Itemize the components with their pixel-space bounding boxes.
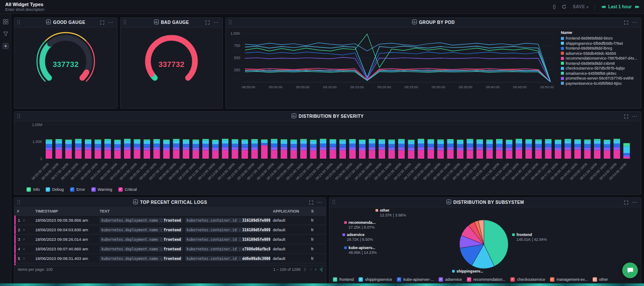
expand-icon[interactable] — [309, 200, 313, 205]
pod-legend-item[interactable]: shippingservice-5fb9dfb58b-f78wt — [561, 41, 637, 46]
subsystem-legend-checkbox[interactable]: ✓shippingservice — [359, 277, 392, 282]
refresh-icon[interactable] — [562, 4, 567, 9]
widget-distribution-by-severity: DISTRIBUTION BY SEVERITY ··· 1.00M1.00K1… — [14, 111, 641, 195]
log-row[interactable]: 5›18/06/2023 09:08:31.403 amkubernetes.d… — [14, 254, 326, 263]
expand-row-icon[interactable]: › — [23, 256, 24, 261]
drag-handle-icon[interactable] — [332, 200, 336, 205]
logs-column-header[interactable]: APPLICATION — [270, 207, 309, 216]
more-menu-icon[interactable]: ··· — [214, 20, 219, 25]
subsystem-legend-checkbox[interactable]: ✓management-ev... — [550, 277, 588, 282]
expand-row-icon[interactable]: › — [23, 246, 24, 251]
pod-legend-item[interactable]: prometheus-server-56c87c57745-sv6h8 — [561, 76, 637, 80]
filter-funnel-icon[interactable] — [2, 30, 9, 37]
severity-legend-checkbox[interactable]: ✓Critical — [118, 187, 137, 192]
expand-row-icon[interactable]: › — [23, 237, 24, 242]
pod-legend-item[interactable]: adservice-558db469dc-kb656 — [561, 51, 637, 56]
legend-swatch — [561, 47, 564, 50]
time-back-icon[interactable]: ◀◀ — [601, 5, 604, 9]
dashboard-app: All Widget Types Enter short description… — [0, 0, 644, 286]
more-menu-icon[interactable]: ··· — [632, 114, 637, 119]
drag-handle-icon[interactable] — [17, 200, 21, 205]
logs-column-header[interactable]: TEXT — [97, 207, 270, 216]
subsystem-legend-checkbox[interactable]: ✓other — [593, 277, 608, 282]
pod-legend-item[interactable]: paymentservice-6c45f6f98d-8jtsc — [561, 81, 637, 86]
svg-text:500: 500 — [234, 56, 240, 60]
log-row[interactable]: 3›18/06/2023 09:08:26.014 amkubernetes.d… — [14, 235, 326, 244]
save-button[interactable]: SAVE ▾ — [573, 4, 588, 9]
log-subsystem: fr — [309, 254, 326, 263]
subsystem-legend-checkbox[interactable]: ✓frontend — [333, 277, 354, 282]
svg-text:250: 250 — [234, 68, 240, 72]
subsystem-legend-checkbox[interactable]: ✓kube-apiserver-... — [397, 277, 434, 282]
log-row[interactable]: 4›18/06/2023 09:07:40.860 amkubernetes.d… — [14, 244, 326, 254]
pod-legend-item[interactable]: frontend-69d989d8dd-6tnzs — [561, 36, 637, 40]
subsystem-legend-checkbox[interactable]: ✓checkoutservice — [510, 277, 545, 282]
log-application: default — [270, 235, 309, 244]
pod-legend-item[interactable]: recommendationservice-7887b4b97-d4x... — [561, 56, 637, 60]
severity-legend-checkbox[interactable]: ✓Error — [70, 187, 85, 192]
page-range-label: 1 – 100 of 1298 — [273, 267, 301, 272]
page-title: All Widget Types — [5, 2, 44, 7]
more-menu-icon[interactable]: ··· — [632, 20, 637, 25]
expand-row-icon[interactable]: › — [23, 218, 24, 223]
subsystem-legend: ✓frontend✓shippingservice✓kube-apiserver… — [333, 277, 608, 282]
prev-page-icon[interactable]: ‹ — [310, 267, 311, 272]
more-menu-icon[interactable]: ··· — [632, 200, 637, 205]
more-menu-icon[interactable]: ··· — [317, 200, 322, 205]
expand-row-icon[interactable]: › — [23, 227, 24, 232]
log-row[interactable]: 2›18/06/2023 09:04:03.830 amkubernetes.d… — [14, 225, 326, 235]
legend-swatch — [561, 52, 564, 55]
severity-legend-checkbox[interactable]: ✓Warning — [91, 187, 112, 192]
logs-column-header[interactable]: S — [309, 207, 326, 216]
add-widget-icon[interactable] — [2, 43, 9, 50]
svg-text:09:35:00: 09:35:00 — [459, 85, 473, 89]
checkbox-check-icon: ✓ — [46, 187, 50, 192]
severity-legend-checkbox[interactable]: ✓Info — [27, 187, 40, 192]
items-per-page-value[interactable]: 100 — [46, 267, 53, 272]
chart-icon — [412, 20, 417, 25]
chart-icon — [292, 113, 296, 119]
subsystem-legend-checkbox[interactable]: ✓adservice — [439, 277, 462, 282]
last-page-icon[interactable]: ›| — [320, 267, 322, 272]
drag-handle-icon[interactable] — [17, 114, 21, 119]
expand-icon[interactable] — [624, 20, 628, 25]
pod-legend-item[interactable]: checkoutservice-5b7d5cf87b-6qbjv — [561, 66, 637, 70]
logs-column-header[interactable]: # — [14, 207, 33, 216]
pie-slice-label: kube-apiserv...48.06K | 14.23% — [344, 246, 377, 255]
expand-icon[interactable] — [624, 114, 628, 119]
expand-icon[interactable] — [624, 200, 628, 205]
time-forward-icon[interactable]: ▶▶ — [635, 5, 639, 9]
expand-icon[interactable] — [100, 20, 104, 25]
time-range-label[interactable]: Last 1 hour — [608, 4, 632, 9]
legend-swatch — [561, 42, 564, 45]
drag-handle-icon[interactable] — [17, 20, 21, 25]
more-menu-icon[interactable]: ··· — [108, 20, 114, 25]
subsystem-legend-checkbox[interactable]: ✓recommendation... — [467, 277, 506, 282]
log-subsystem: fr — [309, 235, 326, 244]
pod-legend-item[interactable]: emailservice-945f88fb8-pk8sc — [561, 71, 637, 76]
pod-legend-item[interactable]: frontend-69d989d8dd-zxbm8 — [561, 61, 637, 66]
page-subtitle[interactable]: Enter short description — [5, 7, 44, 12]
severity-stripe — [14, 254, 16, 263]
widget-title: TOP RECENT CRITICAL LOGS — [140, 200, 207, 205]
chat-launcher-button[interactable] — [622, 263, 638, 278]
log-subsystem: fr — [309, 225, 326, 235]
expand-icon[interactable] — [205, 20, 210, 25]
widget-title: DISTRIBUTION BY SUBSYSTEM — [453, 200, 524, 205]
pod-legend-item[interactable]: frontend-69d989d8dd-lbnrg — [561, 46, 637, 50]
drag-handle-icon[interactable] — [229, 20, 232, 25]
log-row[interactable]: 1›18/06/2023 09:05:38.856 amkubernetes.d… — [14, 216, 326, 225]
next-page-icon[interactable]: › — [315, 267, 316, 272]
background-wave-strip — [0, 283, 644, 286]
json-braces-icon[interactable]: {} — [553, 4, 556, 9]
logs-column-header[interactable]: TIMESTAMP — [33, 207, 97, 216]
widgets-panel-icon[interactable] — [2, 18, 9, 25]
widget-good-gauge: GOOD GAUGE ··· 337732 — [14, 17, 117, 109]
checkbox-check-icon: ✓ — [118, 187, 123, 192]
severity-legend-checkbox[interactable]: ✓Debug — [46, 187, 64, 192]
drag-handle-icon[interactable] — [124, 20, 127, 25]
left-sidebar — [0, 14, 11, 286]
checkbox-check-icon: ✓ — [359, 277, 363, 282]
legend-swatch — [561, 37, 564, 40]
first-page-icon[interactable]: |‹ — [304, 267, 306, 272]
